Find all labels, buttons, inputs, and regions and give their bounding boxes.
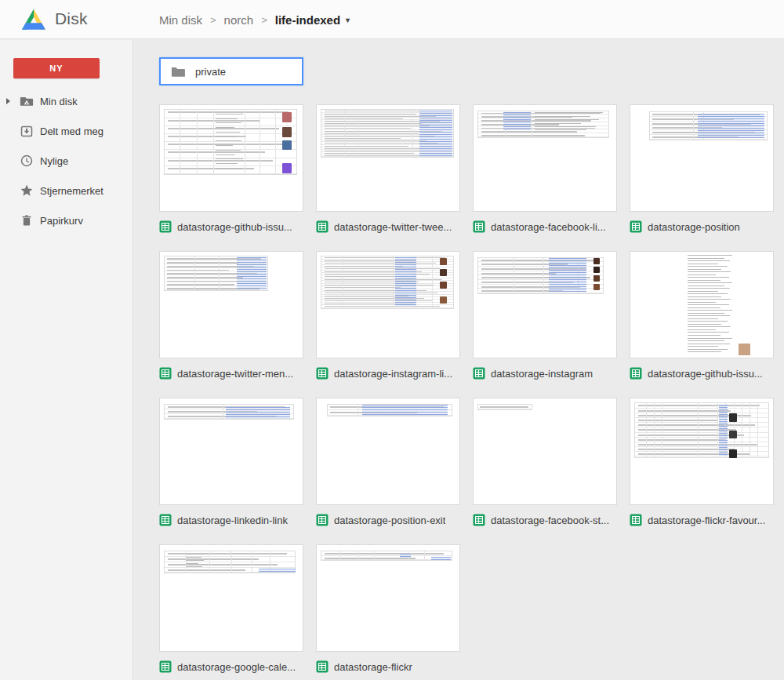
file-card[interactable]: datastorage-instagram-li... — [316, 251, 460, 398]
file-card[interactable]: datastorage-flickr — [316, 544, 460, 680]
file-name-row: datastorage-twitter-men... — [159, 367, 303, 380]
preview-link-column — [395, 257, 416, 307]
preview-column-line — [209, 551, 210, 573]
preview-image — [282, 112, 292, 122]
file-name-row: datastorage-position-exit — [316, 514, 460, 526]
file-name-row: datastorage-facebook-li... — [473, 220, 617, 233]
spreadsheet-icon — [316, 220, 328, 233]
preview-column-line — [514, 258, 514, 293]
sidebar-item-papirkurv[interactable]: Papirkurv — [0, 205, 132, 235]
file-card[interactable]: datastorage-facebook-st... — [473, 398, 617, 544]
preview-column-line — [654, 403, 655, 456]
file-card[interactable]: datastorage-github-issu... — [630, 251, 774, 398]
preview-image — [440, 282, 447, 289]
file-card[interactable]: datastorage-twitter-twee... — [316, 104, 460, 251]
file-card[interactable]: datastorage-facebook-li... — [473, 104, 617, 251]
preview-row — [165, 557, 294, 562]
clock-icon — [19, 153, 34, 169]
breadcrumb-separator: > — [261, 14, 267, 26]
preview-column-line — [646, 403, 647, 456]
spreadsheet-icon — [159, 220, 172, 233]
main-content: private datastorage-github-issu... — [134, 40, 784, 680]
preview-text-lines — [535, 112, 606, 130]
breadcrumb-item-min-disk[interactable]: Min disk — [159, 13, 202, 27]
preview-row — [165, 562, 294, 568]
folder-icon — [171, 66, 185, 78]
preview-column-line — [180, 110, 180, 174]
file-card[interactable]: datastorage-twitter-men... — [159, 251, 303, 398]
spreadsheet-icon — [630, 220, 642, 233]
preview-image — [593, 258, 600, 264]
dropdown-caret-icon: ▾ — [346, 16, 350, 24]
sidebar-item-label: Min disk — [40, 96, 78, 107]
file-thumbnail — [630, 398, 774, 505]
preview-column-line — [213, 110, 214, 174]
preview-column-line — [197, 110, 198, 174]
preview-table — [634, 402, 768, 457]
preview-image — [282, 127, 292, 137]
file-card[interactable]: datastorage-position — [630, 104, 774, 251]
file-name: datastorage-position — [648, 221, 740, 233]
breadcrumb-item-norch[interactable]: norch — [224, 13, 254, 27]
breadcrumb: Min disk > norch > life-indexed ▾ — [159, 0, 350, 39]
file-name: datastorage-facebook-st... — [491, 515, 609, 526]
sidebar-item-min-disk[interactable]: Min disk — [0, 86, 132, 116]
sidebar-item-stjernemerket[interactable]: Stjernemerket — [0, 176, 132, 205]
folder-chip-private[interactable]: private — [159, 57, 303, 85]
expand-caret-icon[interactable] — [6, 98, 10, 104]
preview-row — [635, 452, 768, 456]
file-name: datastorage-github-issu... — [648, 368, 763, 380]
file-name: datastorage-twitter-men... — [177, 368, 293, 380]
file-name: datastorage-instagram — [491, 368, 593, 380]
spreadsheet-icon — [159, 660, 172, 673]
preview-column-line — [424, 551, 425, 561]
preview-column-line — [693, 112, 694, 139]
file-card[interactable]: datastorage-position-exit — [316, 398, 460, 544]
preview-column-line — [698, 403, 699, 456]
file-name-row: datastorage-linkedin-link — [159, 514, 303, 526]
preview-image — [593, 275, 600, 282]
app-header: Disk Min disk > norch > life-indexed ▾ — [0, 0, 784, 39]
spreadsheet-icon — [473, 220, 485, 233]
preview-image — [739, 344, 750, 355]
file-name: datastorage-position-exit — [334, 515, 445, 526]
preview-image — [282, 140, 292, 151]
file-card[interactable]: datastorage-google-cale... — [159, 544, 303, 680]
preview-column-line — [393, 256, 394, 308]
preview-column-line — [194, 256, 195, 290]
file-name: datastorage-facebook-li... — [491, 221, 606, 233]
file-card[interactable]: datastorage-linkedin-link — [159, 398, 303, 544]
preview-link-column — [226, 407, 290, 419]
files-grid: datastorage-github-issu... datastorage-t… — [159, 104, 784, 680]
file-thumbnail — [159, 544, 303, 652]
file-thumbnail — [316, 251, 460, 358]
file-card[interactable]: datastorage-instagram — [473, 251, 617, 398]
breadcrumb-current-folder[interactable]: life-indexed ▾ — [275, 13, 350, 27]
sidebar-item-label: Nylige — [40, 155, 68, 167]
file-thumbnail — [159, 251, 303, 358]
spreadsheet-icon — [630, 367, 642, 380]
sidebar: NY Min disk Delt med meg — [0, 40, 133, 680]
file-thumbnail — [316, 544, 460, 652]
file-card[interactable]: datastorage-flickr-favour... — [630, 398, 774, 544]
preview-link-column — [698, 114, 765, 138]
spreadsheet-icon — [316, 660, 328, 673]
file-name-row: datastorage-flickr — [316, 660, 460, 673]
sidebar-item-delt-med-meg[interactable]: Delt med meg — [0, 116, 132, 146]
sidebar-item-label: Delt med meg — [40, 125, 103, 137]
preview-column-line — [340, 551, 341, 561]
file-name-row: datastorage-google-cale... — [159, 660, 303, 673]
file-card[interactable]: datastorage-github-issu... — [159, 104, 303, 251]
preview-column-line — [358, 405, 358, 416]
preview-image — [729, 449, 738, 458]
preview-row — [478, 133, 608, 137]
sidebar-item-nylige[interactable]: Nylige — [0, 146, 132, 176]
preview-column-line — [412, 110, 413, 157]
google-drive-logo-icon[interactable] — [22, 9, 45, 30]
new-button[interactable]: NY — [13, 58, 100, 78]
file-thumbnail — [473, 104, 617, 212]
shared-with-me-icon — [19, 123, 34, 139]
preview-row — [478, 405, 531, 409]
sidebar-nav: Min disk Delt med meg Nylige — [0, 86, 132, 235]
breadcrumb-separator: > — [210, 14, 216, 26]
